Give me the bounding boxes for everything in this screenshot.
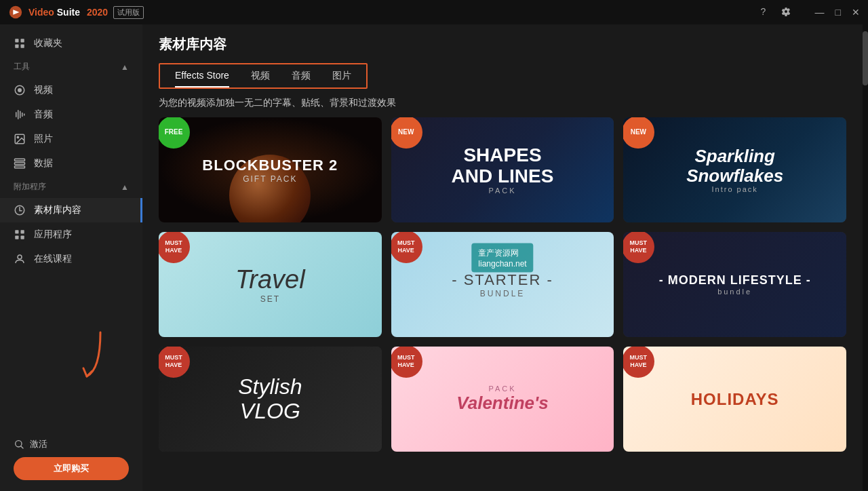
card-snowflakes[interactable]: SparklingSnowflakes Intro pack NEW <box>623 117 846 222</box>
tools-section-header: 工具 ▲ <box>0 56 142 78</box>
content-area: 素材库内容 Effects Store 视频 音频 图片 为您的视频添加独一无二… <box>142 24 863 491</box>
card-modern-text: - MODERN LIFESTYLE - bundle <box>659 273 811 296</box>
page-title: 素材库内容 <box>159 35 846 54</box>
sidebar-item-apps[interactable]: 应用程序 <box>0 222 142 247</box>
tools-collapse-icon[interactable]: ▲ <box>121 62 129 72</box>
sidebar-item-media-library[interactable]: 素材库内容 <box>0 198 142 222</box>
svg-rect-1 <box>15 39 18 42</box>
card-shapes[interactable]: SHAPESAND LINES PACK NEW <box>391 117 614 222</box>
sidebar-courses-label: 在线课程 <box>34 253 72 265</box>
tab-video[interactable]: 视频 <box>240 66 281 86</box>
titlebar: Video Suite 2020 试用版 ? — □ ✕ <box>0 0 868 24</box>
svg-point-6 <box>18 88 22 92</box>
card-travel-text: Travel set <box>235 265 305 304</box>
svg-point-17 <box>18 255 22 259</box>
svg-rect-14 <box>21 230 24 233</box>
svg-rect-11 <box>15 166 25 168</box>
audio-icon <box>14 109 26 121</box>
sidebar-item-audio[interactable]: 音频 <box>0 102 142 127</box>
clock-icon <box>14 204 26 216</box>
svg-rect-15 <box>15 236 18 239</box>
card-valentine[interactable]: PACK Valentine's MUSTHAVE <box>391 347 614 452</box>
card-modern[interactable]: - MODERN LIFESTYLE - bundle MUSTHAVE <box>623 232 846 337</box>
sidebar-bottom: 激活 立即购买 <box>0 430 142 491</box>
sidebar-video-label: 视频 <box>34 84 53 96</box>
svg-point-8 <box>17 136 18 138</box>
scrollbar-thumb[interactable] <box>863 31 868 85</box>
content-header: 素材库内容 Effects Store 视频 音频 图片 <box>142 24 863 89</box>
minimize-button[interactable]: — <box>815 7 825 18</box>
sidebar-item-video[interactable]: 视频 <box>0 78 142 102</box>
tab-audio[interactable]: 音频 <box>281 66 321 86</box>
svg-rect-3 <box>15 45 18 48</box>
svg-rect-4 <box>21 45 24 48</box>
card-shapes-text: SHAPESAND LINES PACK <box>452 145 554 195</box>
svg-rect-13 <box>15 230 18 233</box>
sidebar-item-favorites[interactable]: 收藏夹 <box>0 31 142 56</box>
app-name: Video Suite <box>28 7 80 18</box>
addons-collapse-icon[interactable]: ▲ <box>121 182 129 192</box>
card-starter-text: - STARTER - bundle <box>452 271 553 298</box>
card-holidays[interactable]: HOLIDAYS MUSTHAVE <box>623 347 846 452</box>
activate-button[interactable]: 激活 <box>14 438 129 450</box>
data-icon <box>14 157 26 170</box>
grid-icon <box>14 37 26 50</box>
content-subtitle: 为您的视频添加独一无二的字幕、贴纸、背景和过渡效果 <box>142 89 863 117</box>
app-year: 2020 <box>84 7 108 18</box>
photo-icon <box>14 133 26 145</box>
card-stylish-text: StylishVLOG <box>238 375 302 423</box>
svg-rect-10 <box>15 163 25 165</box>
addons-label: 附加程序 <box>14 181 46 193</box>
svg-rect-2 <box>21 39 24 42</box>
sidebar-apps-label: 应用程序 <box>34 229 72 241</box>
video-icon <box>14 84 26 96</box>
tab-image[interactable]: 图片 <box>321 66 362 86</box>
card-valentine-text: PACK Valentine's <box>456 385 548 414</box>
sidebar-audio-label: 音频 <box>34 109 53 121</box>
apps-icon <box>14 229 26 241</box>
card-holidays-text: HOLIDAYS <box>691 390 779 409</box>
tools-label: 工具 <box>14 61 30 73</box>
courses-icon <box>14 253 26 265</box>
buy-button[interactable]: 立即购买 <box>14 457 129 480</box>
help-button[interactable]: ? <box>761 7 770 16</box>
svg-rect-9 <box>15 159 25 161</box>
app-logo <box>8 5 23 20</box>
addons-section-header: 附加程序 ▲ <box>0 176 142 198</box>
sidebar-data-label: 数据 <box>34 157 53 170</box>
sidebar-media-library-label: 素材库内容 <box>34 204 81 216</box>
cards-grid: BLOCKBUSTER 2 GIFT PACK FREE SHAPESAND L… <box>159 117 846 452</box>
activate-label: 激活 <box>30 438 47 450</box>
search-icon <box>14 439 24 450</box>
main-layout: 收藏夹 工具 ▲ 视频 音频 <box>0 24 868 491</box>
sidebar-favorites-label: 收藏夹 <box>34 37 62 50</box>
card-travel[interactable]: Travel set MUSTHAVE <box>159 232 382 337</box>
sidebar: 收藏夹 工具 ▲ 视频 音频 <box>0 24 142 491</box>
sidebar-item-data[interactable]: 数据 <box>0 151 142 176</box>
card-blockbuster-text: BLOCKBUSTER 2 GIFT PACK <box>202 157 338 184</box>
tab-effects-store[interactable]: Effects Store <box>164 66 240 86</box>
cards-grid-scroll[interactable]: BLOCKBUSTER 2 GIFT PACK FREE SHAPESAND L… <box>142 117 863 491</box>
sidebar-item-photo[interactable]: 照片 <box>0 127 142 151</box>
close-button[interactable]: ✕ <box>852 7 860 18</box>
tabs-container: Effects Store 视频 音频 图片 <box>159 63 368 89</box>
sidebar-item-courses[interactable]: 在线课程 <box>0 247 142 271</box>
scrollbar-track[interactable] <box>863 24 868 491</box>
sidebar-photo-label: 照片 <box>34 133 53 145</box>
trial-badge: 试用版 <box>113 6 144 19</box>
svg-rect-16 <box>21 236 24 239</box>
card-blockbuster[interactable]: BLOCKBUSTER 2 GIFT PACK FREE <box>159 117 382 222</box>
maximize-button[interactable]: □ <box>835 7 841 18</box>
card-stylish[interactable]: StylishVLOG MUSTHAVE <box>159 347 382 452</box>
window-controls: ? — □ ✕ <box>761 7 860 18</box>
card-snow-text: SparklingSnowflakes Intro pack <box>686 146 783 193</box>
card-starter[interactable]: - STARTER - bundle MUSTHAVE <box>391 232 614 337</box>
settings-button[interactable] <box>781 7 791 16</box>
